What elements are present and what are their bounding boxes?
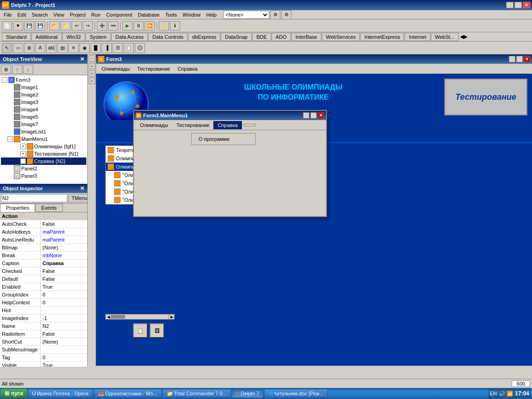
- taskbar-item-opera[interactable]: O Ирина Потеха - Opera: [28, 389, 92, 398]
- toolbar-step[interactable]: ⏩: [145, 21, 155, 30]
- mainmenu-max[interactable]: □: [310, 112, 317, 119]
- toolbar-magic[interactable]: ✨: [159, 21, 169, 30]
- inspector-close[interactable]: ✕: [80, 185, 85, 192]
- tab-win32[interactable]: Win32: [62, 33, 85, 41]
- tab-interbase[interactable]: InterBase: [291, 33, 321, 41]
- tree-item-mainmenu1[interactable]: - MainMenu1: [1, 135, 86, 143]
- form3-menu-olimp[interactable]: Олимпиады: [98, 65, 133, 73]
- palette-icon8[interactable]: ▐▌: [91, 43, 101, 53]
- tree-item-image7[interactable]: Image7: [1, 121, 86, 128]
- taskbar-item-word[interactable]: W титульник.doc [Реж...: [264, 389, 327, 398]
- val-bitmap[interactable]: (None): [41, 244, 87, 251]
- menu-window[interactable]: Window: [180, 11, 203, 18]
- menu-project[interactable]: Project: [67, 11, 88, 18]
- tree-item-panel3[interactable]: Panel3: [1, 172, 86, 180]
- palette-icon5[interactable]: ▤: [57, 43, 67, 53]
- tree-item-image5[interactable]: Image5: [1, 113, 86, 121]
- tab-dbexpress[interactable]: dbExpress: [188, 33, 220, 41]
- tab-additional[interactable]: Additional: [31, 33, 62, 41]
- toolbar-open-arrow[interactable]: ▼: [13, 21, 23, 30]
- bottom-icon-2[interactable]: 🖼: [150, 323, 164, 338]
- tree-toggle-mainmenu1[interactable]: -: [7, 136, 13, 142]
- val-autocheck[interactable]: False: [41, 220, 87, 228]
- toolbar-open[interactable]: 📂: [49, 21, 60, 30]
- palette-icon12[interactable]: 🔘: [135, 43, 145, 53]
- palette-icon4[interactable]: ab|: [46, 43, 56, 53]
- menu-database[interactable]: Database: [135, 11, 163, 18]
- mm-item-olimp[interactable]: Олимпиады: [136, 121, 172, 129]
- toolbar-btn3[interactable]: 📁: [60, 21, 71, 30]
- menu-file[interactable]: File: [1, 11, 15, 18]
- taskbar-item-odnoklassniki[interactable]: 🦊 Одноклассники - Мо...: [94, 389, 162, 398]
- side-btn-plus[interactable]: +: [89, 63, 95, 69]
- tree-toggle-form3[interactable]: -: [2, 77, 7, 83]
- menu-view[interactable]: View: [51, 11, 67, 18]
- tree-item-form3[interactable]: - F Form3: [1, 76, 86, 84]
- tree-toggle-spravka[interactable]: +: [20, 158, 26, 164]
- form3-menu-testing[interactable]: Тестирование: [133, 65, 174, 73]
- bottom-icon-1[interactable]: 📋: [133, 323, 148, 338]
- form3-menu-spravka[interactable]: Справка: [174, 65, 201, 73]
- tab-events[interactable]: Events: [35, 204, 63, 212]
- h-scrollbar[interactable]: ◀ ▶: [105, 314, 175, 320]
- minimize-button[interactable]: _: [506, 2, 514, 8]
- palette-icon2[interactable]: ⊞: [24, 43, 34, 53]
- component-selector[interactable]: <None>: [223, 11, 269, 19]
- tab-datasnap[interactable]: DataSnap: [221, 33, 252, 41]
- val-radioitem[interactable]: False: [41, 330, 87, 338]
- mainmenu-close[interactable]: ✕: [318, 112, 324, 119]
- form3-max[interactable]: □: [516, 56, 523, 62]
- val-groupindex[interactable]: 0: [41, 291, 87, 298]
- tab-system[interactable]: System: [85, 33, 111, 41]
- tv-btn-select[interactable]: ⊞: [1, 65, 11, 74]
- val-enabled[interactable]: True: [41, 283, 87, 290]
- val-submenuimage[interactable]: [41, 346, 87, 353]
- scroll-left[interactable]: ◀: [106, 314, 111, 319]
- toolbar-saveall[interactable]: 💾: [35, 21, 45, 30]
- menu-run[interactable]: Run: [88, 11, 103, 18]
- toolbar-btn5[interactable]: ↪: [83, 21, 93, 30]
- tree-item-image1[interactable]: Image1: [1, 84, 86, 91]
- side-btn-arrow[interactable]: ↑: [89, 55, 95, 62]
- scroll-right[interactable]: ▶: [169, 314, 174, 319]
- tree-item-olimp[interactable]: + Олимпиады {fgf1}: [1, 143, 86, 150]
- toolbar-add[interactable]: ➕: [97, 21, 107, 30]
- palette-icon6[interactable]: ✕: [68, 43, 79, 53]
- val-helpcontext[interactable]: 0: [41, 299, 87, 306]
- tab-webst[interactable]: WebSt...: [431, 33, 459, 41]
- close-button[interactable]: ✕: [523, 2, 530, 8]
- tab-ado[interactable]: ADO: [272, 33, 291, 41]
- tv-btn-down[interactable]: ↓: [23, 65, 33, 74]
- menu-tools[interactable]: Tools: [163, 11, 180, 18]
- val-autohotkeys[interactable]: maParent: [41, 228, 87, 236]
- menu-help[interactable]: Help: [203, 11, 219, 18]
- toolbar-info[interactable]: ℹ: [170, 21, 180, 30]
- toolbar-remove[interactable]: ➖: [108, 21, 118, 30]
- tree-item-spravka[interactable]: + Справка {N2}: [1, 157, 86, 165]
- taskbar-item-tc[interactable]: 📁 Total Commander 7.0...: [163, 389, 231, 398]
- val-visible[interactable]: True: [41, 362, 87, 367]
- start-button[interactable]: ⊞ пуск: [1, 389, 27, 398]
- tab-standard[interactable]: Standard: [2, 33, 31, 41]
- tv-btn-up[interactable]: ↑: [12, 65, 22, 74]
- palette-icon1[interactable]: ▭: [13, 43, 23, 53]
- palette-icon3[interactable]: A: [35, 43, 45, 53]
- tree-item-panel2[interactable]: Panel2: [1, 165, 86, 172]
- component-btn2[interactable]: ⚙: [281, 10, 291, 19]
- form3-min[interactable]: _: [509, 56, 515, 62]
- inspector-type-select[interactable]: TMenuItem: [68, 194, 87, 202]
- toolbar-btn4[interactable]: ↩: [72, 21, 82, 30]
- side-btn-plus3[interactable]: +: [89, 78, 95, 84]
- tree-item-testing[interactable]: + Тестирование {N1}: [1, 150, 86, 157]
- palette-icon10[interactable]: ☰: [113, 43, 123, 53]
- form3-close[interactable]: ✕: [524, 56, 530, 62]
- palette-select[interactable]: ↖: [2, 43, 12, 53]
- toolbar-new[interactable]: 📄: [2, 21, 12, 30]
- taskbar-item-delphi[interactable]: D Delphi 7: [232, 389, 263, 398]
- tab-dataaccess[interactable]: Data Access: [111, 33, 148, 41]
- tab-webservices[interactable]: WebServices: [322, 33, 360, 41]
- tab-datacontrols[interactable]: Data Controls: [148, 33, 187, 41]
- dropdown-item-oprog[interactable]: О программе: [193, 134, 254, 144]
- tree-item-image2[interactable]: Image2: [1, 91, 86, 98]
- mm-item-spravka[interactable]: Справка: [213, 121, 242, 129]
